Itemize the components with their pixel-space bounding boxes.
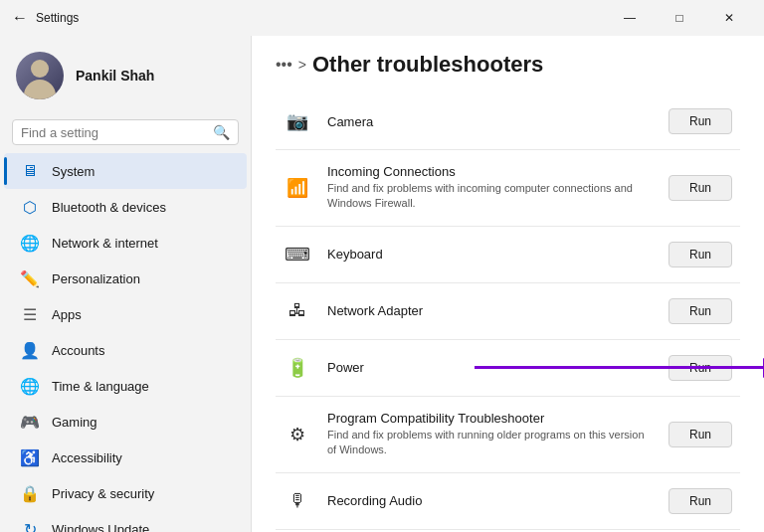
recording-audio-run-button[interactable]: Run: [668, 488, 732, 514]
user-name: Pankil Shah: [76, 68, 154, 84]
page-title: Other troubleshooters: [312, 52, 543, 78]
app-title: Settings: [36, 11, 79, 25]
breadcrumb: ••• > Other troubleshooters: [276, 52, 740, 78]
program-compatibility-run-button[interactable]: Run: [668, 422, 732, 447]
sidebar-item-network[interactable]: 🌐Network & internet: [4, 225, 247, 261]
incoming-connections-desc: Find and fix problems with incoming comp…: [327, 181, 653, 212]
avatar: [16, 52, 64, 99]
sidebar-item-personalization[interactable]: ✏️Personalization: [4, 261, 247, 296]
troubleshooter-item-program-compatibility: ⚙Program Compatibility TroubleshooterFin…: [276, 397, 740, 473]
title-bar-left: ← Settings: [12, 9, 79, 27]
program-compatibility-icon: ⚙: [284, 421, 311, 448]
troubleshooter-item-keyboard: ⌨KeyboardRun: [276, 227, 740, 283]
incoming-connections-text: Incoming ConnectionsFind and fix problem…: [327, 164, 653, 212]
minimize-button[interactable]: —: [607, 4, 653, 32]
privacy-icon: 🔒: [20, 483, 40, 503]
main-layout: Pankil Shah 🔍 🖥System⬡Bluetooth & device…: [0, 36, 764, 532]
update-icon: ↻: [20, 519, 40, 532]
sidebar-item-label-bluetooth: Bluetooth & devices: [52, 200, 166, 215]
sidebar-item-label-apps: Apps: [52, 307, 82, 322]
accessibility-icon: ♿: [20, 447, 40, 467]
accounts-icon: 👤: [20, 340, 40, 360]
sidebar-item-label-gaming: Gaming: [52, 415, 97, 430]
sidebar-item-apps[interactable]: ☰Apps: [4, 296, 247, 332]
window-controls: — □ ✕: [607, 4, 752, 32]
sidebar-item-label-accounts: Accounts: [52, 343, 104, 358]
keyboard-icon: ⌨: [284, 241, 311, 268]
incoming-connections-run-button[interactable]: Run: [668, 175, 732, 201]
keyboard-name: Keyboard: [327, 247, 653, 262]
sidebar-item-label-privacy: Privacy & security: [52, 486, 154, 501]
sidebar-item-time[interactable]: 🌐Time & language: [4, 368, 247, 404]
sidebar-item-accounts[interactable]: 👤Accounts: [4, 332, 247, 368]
network-adapter-run-button[interactable]: Run: [668, 298, 732, 324]
maximize-button[interactable]: □: [657, 4, 702, 32]
time-icon: 🌐: [20, 376, 40, 396]
troubleshooter-item-incoming-connections: 📶Incoming ConnectionsFind and fix proble…: [276, 150, 740, 227]
incoming-connections-icon: 📶: [284, 174, 311, 202]
network-icon: 🌐: [20, 233, 40, 253]
troubleshooter-item-recording-audio: 🎙Recording AudioRun: [276, 473, 740, 530]
avatar-image: [16, 52, 64, 99]
sidebar-item-label-network: Network & internet: [52, 236, 158, 251]
breadcrumb-dots: •••: [276, 56, 292, 74]
system-icon: 🖥: [20, 161, 40, 181]
sidebar-item-bluetooth[interactable]: ⬡Bluetooth & devices: [4, 189, 247, 225]
gaming-icon: 🎮: [20, 412, 40, 432]
sidebar-item-privacy[interactable]: 🔒Privacy & security: [4, 475, 247, 511]
sidebar-item-gaming[interactable]: 🎮Gaming: [4, 404, 247, 440]
recording-audio-name: Recording Audio: [327, 493, 653, 508]
sidebar-item-label-accessibility: Accessibility: [52, 450, 122, 465]
search-icon: 🔍: [213, 124, 230, 140]
arrow-line: [475, 366, 763, 369]
personalization-icon: ✏️: [20, 268, 40, 288]
network-adapter-text: Network Adapter: [327, 303, 653, 318]
troubleshooter-item-power: 🔋PowerRun: [276, 340, 740, 397]
sidebar-item-label-personalization: Personalization: [52, 271, 140, 286]
troubleshooter-item-network-adapter: 🖧Network AdapterRun: [276, 283, 740, 340]
sidebar-item-accessibility[interactable]: ♿Accessibility: [4, 440, 247, 475]
sidebar-item-label-update: Windows Update: [52, 522, 149, 533]
troubleshooter-list: 📷CameraRun📶Incoming ConnectionsFind and …: [276, 93, 740, 530]
program-compatibility-text: Program Compatibility TroubleshooterFind…: [327, 411, 653, 458]
camera-run-button[interactable]: Run: [668, 108, 732, 134]
camera-icon: 📷: [284, 107, 311, 135]
sidebar: Pankil Shah 🔍 🖥System⬡Bluetooth & device…: [0, 36, 251, 532]
keyboard-run-button[interactable]: Run: [668, 242, 732, 267]
search-container: 🔍: [0, 115, 251, 153]
nav-menu: 🖥System⬡Bluetooth & devices🌐Network & in…: [0, 153, 251, 532]
sidebar-item-label-time: Time & language: [52, 379, 149, 394]
program-compatibility-name: Program Compatibility Troubleshooter: [327, 411, 653, 426]
content-area: ••• > Other troubleshooters 📷CameraRun📶I…: [251, 36, 764, 532]
back-button[interactable]: ←: [12, 9, 28, 27]
search-input[interactable]: [21, 125, 207, 140]
title-bar: ← Settings — □ ✕: [0, 0, 764, 36]
bluetooth-icon: ⬡: [20, 197, 40, 217]
program-compatibility-desc: Find and fix problems with running older…: [327, 428, 653, 458]
camera-name: Camera: [327, 114, 653, 129]
recording-audio-text: Recording Audio: [327, 493, 653, 508]
network-adapter-icon: 🖧: [284, 297, 311, 325]
close-button[interactable]: ✕: [706, 4, 752, 32]
sidebar-item-update[interactable]: ↻Windows Update: [4, 511, 247, 532]
search-box[interactable]: 🔍: [12, 119, 239, 145]
troubleshooter-item-camera: 📷CameraRun: [276, 93, 740, 150]
recording-audio-icon: 🎙: [284, 487, 311, 515]
keyboard-text: Keyboard: [327, 247, 653, 262]
power-arrow: [475, 358, 764, 378]
power-icon: 🔋: [284, 354, 311, 382]
sidebar-item-system[interactable]: 🖥System: [4, 153, 247, 189]
incoming-connections-name: Incoming Connections: [327, 164, 653, 179]
breadcrumb-separator: >: [298, 57, 306, 73]
user-profile[interactable]: Pankil Shah: [0, 44, 251, 115]
camera-text: Camera: [327, 114, 653, 129]
sidebar-item-label-system: System: [52, 164, 95, 179]
network-adapter-name: Network Adapter: [327, 303, 653, 318]
apps-icon: ☰: [20, 304, 40, 324]
